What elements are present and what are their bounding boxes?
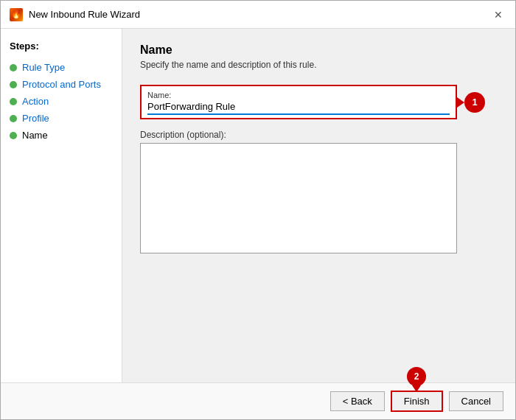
name-input-wrapper: Name: [140, 85, 457, 119]
sidebar-label-rule-type: Rule Type [22, 62, 65, 73]
finish-btn-wrapper: 2 Finish [391, 391, 443, 412]
cancel-button[interactable]: Cancel [449, 391, 503, 411]
steps-label: Steps: [10, 41, 113, 52]
form-area: Name: 1 Description (optional): [140, 85, 498, 368]
footer: < Back 2 Finish Cancel [1, 382, 515, 419]
sidebar-item-rule-type[interactable]: Rule Type [10, 59, 113, 76]
sidebar-item-name[interactable]: Name [10, 127, 113, 144]
firewall-icon: 🔥 [10, 8, 23, 21]
step-dot-protocol [10, 81, 17, 88]
step-dot-action [10, 98, 17, 105]
finish-button[interactable]: Finish [391, 391, 443, 412]
name-input-row: Name: 1 [140, 85, 498, 119]
sidebar-label-profile: Profile [22, 113, 49, 124]
badge-2: 2 [407, 367, 426, 386]
title-bar: 🔥 New Inbound Rule Wizard ✕ [1, 1, 515, 29]
step-dot-name [10, 132, 17, 139]
description-input[interactable] [140, 143, 457, 253]
title-bar-left: 🔥 New Inbound Rule Wizard [10, 8, 140, 21]
sidebar-label-protocol: Protocol and Ports [22, 79, 101, 90]
panel-title: Name [140, 43, 498, 57]
sidebar-label-name: Name [22, 130, 48, 141]
sidebar-item-protocol[interactable]: Protocol and Ports [10, 76, 113, 93]
step-dot-profile [10, 115, 17, 122]
description-section: Description (optional): [140, 130, 498, 256]
app-icon: 🔥 [10, 8, 23, 21]
window-title: New Inbound Rule Wizard [29, 9, 140, 20]
dialog-window: 🔥 New Inbound Rule Wizard ✕ Steps: Rule … [0, 0, 516, 420]
badge-1: 1 [464, 92, 485, 113]
sidebar: Steps: Rule Type Protocol and Ports Acti… [1, 29, 122, 382]
sidebar-item-profile[interactable]: Profile [10, 110, 113, 127]
back-button[interactable]: < Back [330, 391, 385, 411]
main-panel: Name Specify the name and description of… [122, 29, 515, 382]
name-field-label: Name: [147, 91, 450, 99]
step-dot-rule-type [10, 64, 17, 71]
panel-subtitle: Specify the name and description of this… [140, 60, 498, 70]
name-input[interactable] [147, 101, 450, 115]
sidebar-label-action: Action [22, 96, 49, 107]
description-label: Description (optional): [140, 130, 498, 140]
sidebar-item-action[interactable]: Action [10, 93, 113, 110]
close-button[interactable]: ✕ [490, 7, 506, 23]
content-area: Steps: Rule Type Protocol and Ports Acti… [1, 29, 515, 382]
